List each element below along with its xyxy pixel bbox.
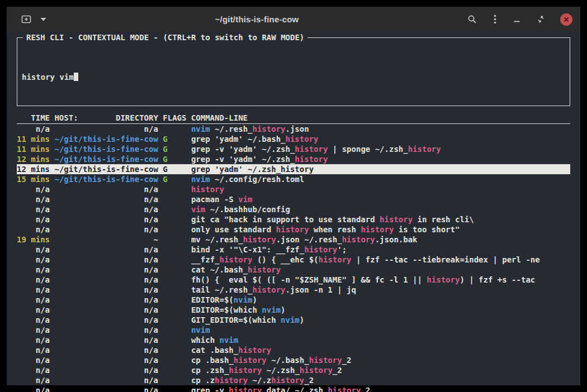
- restore-window-icon: [537, 16, 545, 23]
- window-title: ~/git/this-is-fine-cow: [48, 15, 466, 24]
- minimize-icon: [513, 16, 520, 23]
- history-row[interactable]: 11 mins ~/git/this-is-fine-cow G grep 'y…: [17, 134, 570, 144]
- search-icon: [467, 15, 477, 24]
- search-box[interactable]: RESH CLI - CONTEXTUAL MODE - (CTRL+R to …: [17, 37, 570, 106]
- history-row[interactable]: n/a n/a vim ~/.bashhub/config: [17, 204, 570, 214]
- menu-button[interactable]: [493, 13, 498, 25]
- restore-button[interactable]: [536, 15, 546, 24]
- terminal-screen: RESH CLI - CONTEXTUAL MODE - (CTRL+R to …: [7, 32, 580, 385]
- close-icon: [564, 17, 569, 22]
- history-row[interactable]: n/a n/a fh() { eval $( ([ -n "$ZSH_NAME"…: [17, 275, 570, 285]
- history-row[interactable]: n/a n/a GIT_EDITOR=$(which nvim): [17, 315, 570, 325]
- history-row[interactable]: n/a n/a tail ~/.resh_history.json -n 1 |…: [17, 285, 570, 295]
- history-row[interactable]: n/a n/a cp .bash_history ~/.bash_history…: [17, 355, 570, 365]
- history-row[interactable]: n/a n/a EDITOR=$(nvim): [17, 295, 570, 305]
- history-row[interactable]: n/a n/a which nvim: [17, 335, 570, 345]
- titlebar-left-group: [20, 14, 48, 25]
- close-button[interactable]: [560, 13, 572, 26]
- tab-dropdown-button[interactable]: [39, 16, 48, 22]
- history-row[interactable]: n/a n/a only use standard history when r…: [17, 224, 570, 235]
- new-tab-icon: [21, 15, 31, 23]
- history-row[interactable]: n/a n/a history: [17, 184, 570, 194]
- search-query-line[interactable]: history vim: [22, 72, 565, 82]
- terminal-window: ~/git/this-is-fine-cow: [7, 7, 580, 385]
- search-query-input[interactable]: history vim: [22, 73, 74, 82]
- history-row[interactable]: n/a n/a cp .zsh_history ~/.zsh_history_2: [17, 365, 570, 375]
- titlebar: ~/git/this-is-fine-cow: [7, 7, 580, 32]
- history-row[interactable]: 15 mins ~/git/this-is-fine-cow G nvim ~/…: [17, 174, 570, 184]
- titlebar-right-group: [466, 13, 572, 26]
- history-row[interactable]: n/a n/a bind -x '"\C-x1": __fzf_history'…: [17, 245, 570, 255]
- column-headers: TIME HOST: DIRECTORY FLAGS COMMAND-LINE: [17, 113, 570, 124]
- search-button[interactable]: [466, 13, 478, 25]
- kebab-menu-icon: [494, 15, 496, 24]
- history-row[interactable]: 11 mins ~/git/this-is-fine-cow G grep -v…: [17, 144, 570, 154]
- text-cursor: [74, 73, 78, 81]
- history-row[interactable]: n/a n/a grep -v history_data/ ~/.zsh_his…: [17, 385, 570, 392]
- history-row[interactable]: n/a n/a cat .bash_history: [17, 345, 570, 355]
- chevron-down-icon: [40, 17, 46, 21]
- history-row[interactable]: n/a n/a nvim ~/.resh_history.json: [17, 124, 570, 134]
- history-list: n/a n/a nvim ~/.resh_history.json11 mins…: [17, 124, 570, 392]
- history-row[interactable]: n/a n/a git ca "hack in support to use s…: [17, 214, 570, 224]
- history-row[interactable]: n/a n/a cat ~/.bash_history: [17, 265, 570, 275]
- history-row[interactable]: 12 mins ~/git/this-is-fine-cow G grep 'y…: [17, 164, 570, 174]
- minimize-button[interactable]: [512, 15, 522, 24]
- new-tab-button[interactable]: [20, 14, 32, 25]
- search-box-title: RESH CLI - CONTEXTUAL MODE - (CTRL+R to …: [23, 32, 307, 42]
- history-row[interactable]: n/a n/a nvim: [17, 325, 570, 335]
- history-row[interactable]: 19 mins ~ mv ~/.resh_history.json ~/.res…: [17, 235, 570, 245]
- history-row[interactable]: 12 mins ~/git/this-is-fine-cow G grep -v…: [17, 154, 570, 164]
- history-row[interactable]: n/a n/a __fzf_history () { __ehc $(histo…: [17, 255, 570, 265]
- history-row[interactable]: n/a n/a EDITOR=$(which nvim): [17, 305, 570, 315]
- history-row[interactable]: n/a n/a cp .zhistory ~/.zhistory_2: [17, 375, 570, 385]
- history-row[interactable]: n/a n/a pacman -S vim: [17, 194, 570, 204]
